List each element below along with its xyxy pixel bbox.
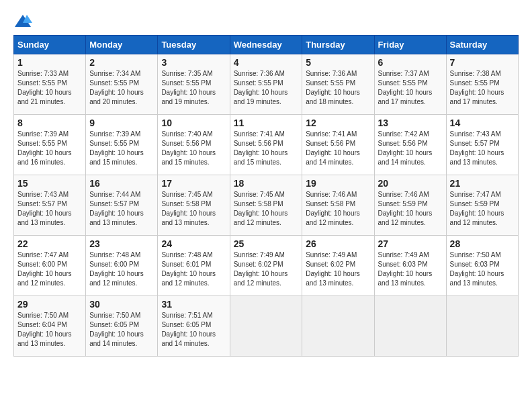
- day-info: Sunrise: 7:43 AM Sunset: 5:57 PM Dayligh…: [17, 190, 82, 228]
- day-number: 31: [161, 299, 226, 310]
- day-info: Sunrise: 7:35 AM Sunset: 5:55 PM Dayligh…: [161, 69, 226, 107]
- calendar-week-row: 8Sunrise: 7:39 AM Sunset: 5:55 PM Daylig…: [14, 115, 519, 175]
- day-number: 14: [450, 118, 515, 128]
- day-number: 13: [378, 118, 443, 128]
- calendar-cell: 28Sunrise: 7:50 AM Sunset: 6:03 PM Dayli…: [446, 236, 518, 296]
- day-info: Sunrise: 7:48 AM Sunset: 6:00 PM Dayligh…: [89, 250, 154, 288]
- day-info: Sunrise: 7:46 AM Sunset: 5:59 PM Dayligh…: [378, 190, 443, 228]
- day-number: 28: [450, 238, 515, 249]
- day-number: 24: [161, 238, 226, 249]
- day-info: Sunrise: 7:47 AM Sunset: 6:00 PM Dayligh…: [17, 250, 82, 288]
- day-number: 15: [17, 178, 82, 189]
- calendar-cell: [230, 296, 302, 357]
- calendar-cell: 27Sunrise: 7:49 AM Sunset: 6:03 PM Dayli…: [374, 236, 446, 296]
- calendar-cell: 20Sunrise: 7:46 AM Sunset: 5:59 PM Dayli…: [374, 175, 446, 236]
- calendar-cell: 31Sunrise: 7:51 AM Sunset: 6:05 PM Dayli…: [158, 296, 230, 357]
- day-number: 12: [306, 118, 370, 128]
- calendar-header-row: SundayMondayTuesdayWednesdayThursdayFrid…: [14, 36, 519, 54]
- day-number: 21: [450, 178, 515, 189]
- calendar-cell: 7Sunrise: 7:38 AM Sunset: 5:55 PM Daylig…: [446, 54, 518, 115]
- day-info: Sunrise: 7:33 AM Sunset: 5:55 PM Dayligh…: [17, 69, 82, 107]
- calendar-cell: 2Sunrise: 7:34 AM Sunset: 5:55 PM Daylig…: [86, 54, 158, 115]
- calendar-cell: 17Sunrise: 7:45 AM Sunset: 5:58 PM Dayli…: [158, 175, 230, 236]
- day-info: Sunrise: 7:36 AM Sunset: 5:55 PM Dayligh…: [234, 69, 299, 107]
- calendar-cell: 29Sunrise: 7:50 AM Sunset: 6:04 PM Dayli…: [14, 296, 86, 357]
- day-number: 6: [378, 57, 443, 68]
- day-info: Sunrise: 7:51 AM Sunset: 6:05 PM Dayligh…: [161, 311, 226, 349]
- calendar-cell: 4Sunrise: 7:36 AM Sunset: 5:55 PM Daylig…: [230, 54, 302, 115]
- day-number: 1: [17, 57, 82, 68]
- calendar-cell: 19Sunrise: 7:46 AM Sunset: 5:58 PM Dayli…: [302, 175, 374, 236]
- calendar-week-row: 29Sunrise: 7:50 AM Sunset: 6:04 PM Dayli…: [14, 296, 519, 357]
- day-number: 5: [306, 57, 370, 68]
- header-friday: Friday: [374, 36, 446, 54]
- day-number: 2: [89, 57, 154, 68]
- calendar-cell: 8Sunrise: 7:39 AM Sunset: 5:55 PM Daylig…: [14, 115, 86, 175]
- calendar-cell: 13Sunrise: 7:42 AM Sunset: 5:56 PM Dayli…: [374, 115, 446, 175]
- day-number: 25: [234, 238, 299, 249]
- day-number: 22: [17, 238, 82, 249]
- day-info: Sunrise: 7:45 AM Sunset: 5:58 PM Dayligh…: [161, 190, 226, 228]
- calendar-cell: 24Sunrise: 7:48 AM Sunset: 6:01 PM Dayli…: [158, 236, 230, 296]
- calendar-cell: 15Sunrise: 7:43 AM Sunset: 5:57 PM Dayli…: [14, 175, 86, 236]
- day-info: Sunrise: 7:44 AM Sunset: 5:57 PM Dayligh…: [89, 190, 154, 228]
- day-info: Sunrise: 7:50 AM Sunset: 6:05 PM Dayligh…: [89, 311, 154, 349]
- calendar-cell: 30Sunrise: 7:50 AM Sunset: 6:05 PM Dayli…: [86, 296, 158, 357]
- calendar-cell: 26Sunrise: 7:49 AM Sunset: 6:02 PM Dayli…: [302, 236, 374, 296]
- day-info: Sunrise: 7:45 AM Sunset: 5:58 PM Dayligh…: [234, 190, 299, 228]
- day-info: Sunrise: 7:49 AM Sunset: 6:02 PM Dayligh…: [234, 250, 299, 288]
- day-info: Sunrise: 7:50 AM Sunset: 6:04 PM Dayligh…: [17, 311, 82, 349]
- calendar-cell: 9Sunrise: 7:39 AM Sunset: 5:55 PM Daylig…: [86, 115, 158, 175]
- day-number: 7: [450, 57, 515, 68]
- day-number: 9: [89, 118, 154, 128]
- calendar-cell: 11Sunrise: 7:41 AM Sunset: 5:56 PM Dayli…: [230, 115, 302, 175]
- day-info: Sunrise: 7:50 AM Sunset: 6:03 PM Dayligh…: [450, 250, 515, 288]
- calendar-cell: [374, 296, 446, 357]
- header-wednesday: Wednesday: [230, 36, 302, 54]
- day-info: Sunrise: 7:46 AM Sunset: 5:58 PM Dayligh…: [306, 190, 370, 228]
- calendar-cell: 5Sunrise: 7:36 AM Sunset: 5:55 PM Daylig…: [302, 54, 374, 115]
- day-number: 19: [306, 178, 370, 189]
- calendar-cell: 6Sunrise: 7:37 AM Sunset: 5:55 PM Daylig…: [374, 54, 446, 115]
- day-number: 23: [89, 238, 154, 249]
- day-number: 18: [234, 178, 299, 189]
- day-info: Sunrise: 7:48 AM Sunset: 6:01 PM Dayligh…: [161, 250, 226, 288]
- day-number: 30: [89, 299, 154, 310]
- day-number: 11: [234, 118, 299, 128]
- day-info: Sunrise: 7:37 AM Sunset: 5:55 PM Dayligh…: [378, 69, 443, 107]
- calendar-week-row: 15Sunrise: 7:43 AM Sunset: 5:57 PM Dayli…: [14, 175, 519, 236]
- day-info: Sunrise: 7:41 AM Sunset: 5:56 PM Dayligh…: [306, 130, 370, 167]
- day-info: Sunrise: 7:42 AM Sunset: 5:56 PM Dayligh…: [378, 130, 443, 167]
- day-number: 26: [306, 238, 370, 249]
- calendar-cell: 18Sunrise: 7:45 AM Sunset: 5:58 PM Dayli…: [230, 175, 302, 236]
- day-number: 17: [161, 178, 226, 189]
- day-info: Sunrise: 7:34 AM Sunset: 5:55 PM Dayligh…: [89, 69, 154, 107]
- day-number: 3: [161, 57, 226, 68]
- calendar-cell: 12Sunrise: 7:41 AM Sunset: 5:56 PM Dayli…: [302, 115, 374, 175]
- day-number: 16: [89, 178, 154, 189]
- calendar-cell: 23Sunrise: 7:48 AM Sunset: 6:00 PM Dayli…: [86, 236, 158, 296]
- logo: [13, 13, 35, 28]
- day-number: 4: [234, 57, 299, 68]
- day-number: 29: [17, 299, 82, 310]
- day-info: Sunrise: 7:38 AM Sunset: 5:55 PM Dayligh…: [450, 69, 515, 107]
- day-info: Sunrise: 7:49 AM Sunset: 6:03 PM Dayligh…: [378, 250, 443, 288]
- day-info: Sunrise: 7:39 AM Sunset: 5:55 PM Dayligh…: [89, 130, 154, 167]
- day-number: 27: [378, 238, 443, 249]
- header-saturday: Saturday: [446, 36, 518, 54]
- calendar-week-row: 22Sunrise: 7:47 AM Sunset: 6:00 PM Dayli…: [14, 236, 519, 296]
- header-monday: Monday: [86, 36, 158, 54]
- header-sunday: Sunday: [14, 36, 86, 54]
- day-info: Sunrise: 7:43 AM Sunset: 5:57 PM Dayligh…: [450, 130, 515, 167]
- calendar-cell: 1Sunrise: 7:33 AM Sunset: 5:55 PM Daylig…: [14, 54, 86, 115]
- day-info: Sunrise: 7:39 AM Sunset: 5:55 PM Dayligh…: [17, 130, 82, 167]
- day-info: Sunrise: 7:41 AM Sunset: 5:56 PM Dayligh…: [234, 130, 299, 167]
- day-number: 10: [161, 118, 226, 128]
- calendar-cell: 14Sunrise: 7:43 AM Sunset: 5:57 PM Dayli…: [446, 115, 518, 175]
- calendar-cell: [302, 296, 374, 357]
- calendar-cell: 22Sunrise: 7:47 AM Sunset: 6:00 PM Dayli…: [14, 236, 86, 296]
- day-number: 20: [378, 178, 443, 189]
- day-number: 8: [17, 118, 82, 128]
- calendar-cell: 21Sunrise: 7:47 AM Sunset: 5:59 PM Dayli…: [446, 175, 518, 236]
- day-info: Sunrise: 7:49 AM Sunset: 6:02 PM Dayligh…: [306, 250, 370, 288]
